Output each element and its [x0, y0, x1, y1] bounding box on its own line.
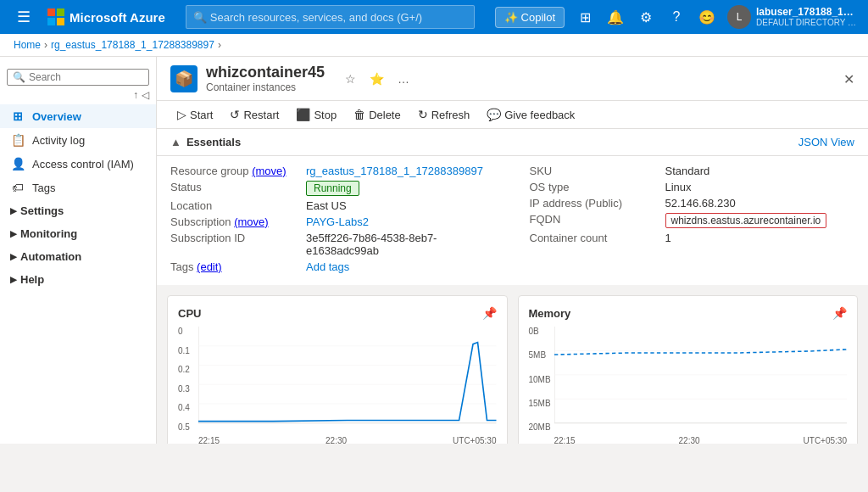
sidebar-section-monitoring[interactable]: ▶ Monitoring [0, 222, 156, 245]
sidebar-item-overview[interactable]: ⊞ Overview [0, 104, 156, 128]
feedback-icon[interactable]: 😊 [693, 3, 721, 31]
sidebar-action-collapse[interactable]: ↑ [133, 89, 138, 101]
start-button[interactable]: ▷ Start [170, 104, 220, 125]
add-tags-link[interactable]: Add tags [306, 260, 349, 273]
rg-move-link[interactable]: (move) [252, 165, 286, 177]
essentials-row-containers: Container count 1 [530, 230, 855, 246]
feedback-button[interactable]: 💬 Give feedback [480, 104, 581, 125]
essentials-value: East US [306, 199, 347, 212]
chart-header: CPU 📌 [178, 306, 497, 320]
cpu-chart-title: CPU [178, 307, 201, 320]
essentials-value: Running [306, 181, 359, 196]
memory-y-axis: 20MB15MB10MB5MB0B [529, 327, 551, 444]
essentials-row-tags: Tags (edit) Add tags [170, 259, 496, 275]
essentials-row-os: OS type Linux [530, 179, 855, 195]
json-view-link[interactable]: JSON View [798, 136, 854, 148]
essentials-value: Linux [665, 181, 692, 193]
cpu-chart-card: CPU 📌 0.50.40.30.20.10 [167, 295, 508, 444]
sidebar-action-row: ↑ ◁ [0, 87, 156, 104]
sidebar-item-iam[interactable]: 👤 Access control (IAM) [0, 152, 156, 176]
restart-button[interactable]: ↺ Restart [223, 104, 286, 125]
search-icon: 🔍 [193, 11, 207, 24]
essentials-label: Status [170, 181, 306, 196]
memory-svg [554, 327, 848, 432]
essentials-body: Resource group (move) rg_eastus_178188_1… [157, 156, 868, 285]
more-options-icon[interactable]: … [394, 70, 413, 87]
avatar[interactable]: L [727, 5, 751, 29]
essentials-label: Subscription ID [170, 232, 306, 257]
essentials-label: FQDN [530, 213, 665, 228]
breadcrumb-rg[interactable]: rg_eastus_178188_1_17288389897 [51, 39, 214, 51]
essentials-row: Resource group (move) rg_eastus_178188_1… [170, 163, 496, 179]
essentials-value: 3e5ff226-7b86-4538-8eb7-e1638adc99ab [306, 232, 496, 257]
sidebar-action-pin[interactable]: ◁ [142, 89, 149, 101]
sidebar-search-box[interactable]: 🔍 [7, 69, 149, 86]
portal-menu-icon[interactable]: ⊞ [571, 3, 598, 31]
resource-header: 📦 whizcontainer45 Container instances ☆ … [157, 57, 868, 101]
memory-chart-card: Memory 📌 20MB15MB10MB5MB0B [518, 295, 859, 444]
sidebar-item-label: Tags [32, 182, 55, 194]
cpu-svg [198, 327, 497, 432]
header-actions: ☆ ⭐ … [342, 70, 413, 87]
hamburger-menu[interactable]: ☰ [10, 3, 37, 31]
resource-subtitle: Container instances [206, 81, 325, 93]
charts-grid: CPU 📌 0.50.40.30.20.10 [157, 285, 868, 444]
sidebar-search-container: 🔍 [0, 64, 156, 87]
notifications-icon[interactable]: 🔔 [602, 3, 629, 31]
star-icon[interactable]: ⭐ [366, 70, 387, 87]
refresh-button[interactable]: ↻ Refresh [411, 104, 477, 125]
essentials-value: whizdns.eastus.azurecontainer.io [665, 213, 827, 228]
essentials-row-fqdn: FQDN whizdns.eastus.azurecontainer.io [530, 211, 855, 230]
content-area: 📦 whizcontainer45 Container instances ☆ … [157, 57, 868, 444]
breadcrumb-sep-2: › [218, 39, 221, 51]
sidebar-section-settings[interactable]: ▶ Settings [0, 199, 156, 222]
stop-button[interactable]: ⬛ Stop [289, 104, 343, 125]
favorite-icon[interactable]: ☆ [342, 70, 359, 87]
essentials-row-sku: SKU Standard [530, 163, 855, 179]
rg-link[interactable]: rg_eastus_178188_1_17288389897 [306, 165, 483, 177]
essentials-label: IP address (Public) [530, 197, 665, 210]
start-icon: ▷ [177, 108, 186, 121]
breadcrumb-home[interactable]: Home [14, 39, 41, 51]
status-badge: Running [306, 181, 359, 196]
user-name: labuser_178188_172883... [756, 6, 858, 18]
sidebar-item-label: Overview [32, 110, 81, 123]
chevron-right-icon: ▶ [10, 229, 17, 238]
tags-edit-link[interactable]: (edit) [197, 260, 222, 273]
essentials-label: Tags (edit) [170, 260, 306, 273]
memory-pin-button[interactable]: 📌 [832, 306, 847, 320]
toolbar: ▷ Start ↺ Restart ⬛ Stop 🗑 Delete ↻ Refr… [157, 101, 868, 129]
delete-button[interactable]: 🗑 Delete [347, 104, 408, 125]
user-profile: L labuser_178188_172883... DEFAULT DIREC… [727, 5, 858, 29]
global-search-bar[interactable]: 🔍 [186, 5, 475, 29]
resource-icon: 📦 [170, 65, 198, 92]
sidebar-section-help[interactable]: ▶ Help [0, 268, 156, 291]
essentials-value: Add tags [306, 260, 349, 273]
iam-icon: 👤 [10, 157, 25, 171]
sub-link[interactable]: PAYG-Labs2 [306, 215, 369, 228]
help-icon[interactable]: ? [663, 3, 690, 31]
refresh-icon: ↻ [418, 108, 428, 121]
global-search-input[interactable] [210, 11, 467, 24]
sidebar-item-label: Help [20, 273, 44, 286]
essentials-row-ip: IP address (Public) 52.146.68.230 [530, 195, 855, 211]
essentials-value: PAYG-Labs2 [306, 215, 369, 228]
settings-icon[interactable]: ⚙ [632, 3, 659, 31]
sidebar-search-input[interactable] [29, 71, 143, 83]
sidebar-item-activity-log[interactable]: 📋 Activity log [0, 128, 156, 152]
essentials-row-subscription: Subscription (move) PAYG-Labs2 [170, 214, 496, 230]
sidebar-item-label: Activity log [32, 134, 85, 147]
fqdn-badge: whizdns.eastus.azurecontainer.io [665, 213, 827, 228]
resource-name: whizcontainer45 [206, 64, 325, 81]
sidebar-item-tags[interactable]: 🏷 Tags [0, 176, 156, 199]
cpu-pin-button[interactable]: 📌 [482, 306, 497, 320]
close-button[interactable]: ✕ [843, 70, 854, 87]
brand-logo: Microsoft Azure [47, 8, 165, 25]
memory-chart-title: Memory [529, 307, 571, 320]
essentials-label: OS type [530, 181, 665, 193]
copilot-button[interactable]: ✨ Copilot [495, 7, 565, 28]
collapse-icon: ▲ [170, 136, 181, 148]
sidebar-section-automation[interactable]: ▶ Automation [0, 245, 156, 268]
cpu-x-axis: 22:1522:30UTC+05:30 [198, 436, 497, 444]
sub-move-link[interactable]: (move) [234, 215, 268, 228]
